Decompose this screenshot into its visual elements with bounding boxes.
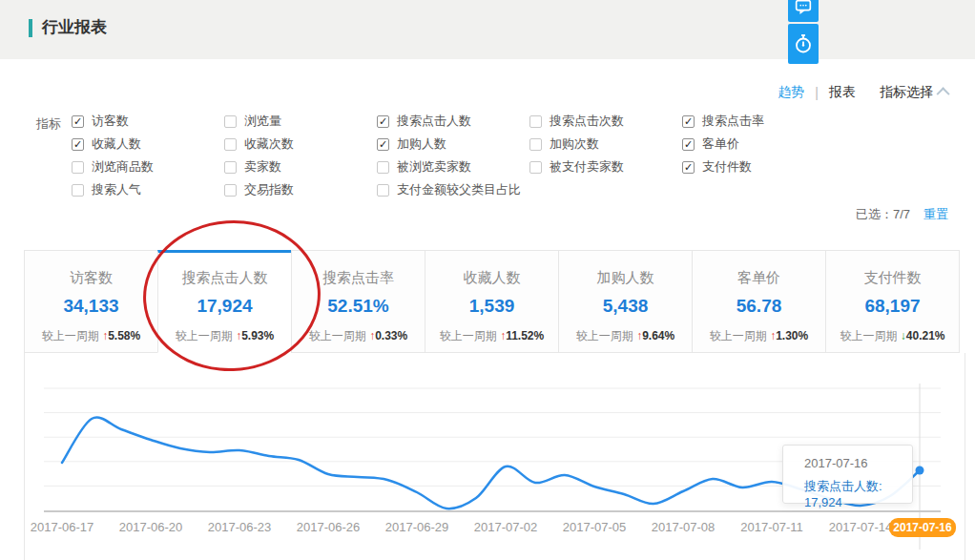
metric-tab[interactable]: 收藏人数1,539较上一周期 ↑11.52% — [425, 250, 559, 353]
checkbox-unchecked-icon — [529, 115, 542, 128]
metric-tab-value: 1,539 — [425, 296, 558, 317]
metric-tab[interactable]: 支付件数68,197较上一周期 ↓40.21% — [825, 250, 960, 353]
metric-checkbox-label: 支付件数 — [702, 158, 752, 176]
metric-tab-compare: 较上一周期 ↓40.21% — [826, 328, 959, 344]
metric-tab-value: 17,924 — [158, 296, 291, 317]
metric-tab-value: 56.78 — [693, 296, 825, 317]
metric-checkbox-label: 搜索点击人数 — [397, 113, 471, 130]
checkbox-unchecked-icon — [224, 138, 237, 151]
metric-checkbox-item[interactable]: 浏览商品数 — [72, 156, 154, 178]
metric-tab[interactable]: 访客数34,133较上一周期 ↑5.58% — [24, 250, 158, 353]
chevron-up-icon — [937, 87, 950, 100]
metric-tab[interactable]: 搜索点击人数17,924较上一周期 ↑5.93% — [157, 250, 292, 353]
metric-checkbox-label: 搜索人气 — [92, 181, 141, 198]
metric-tab-title: 支付件数 — [826, 269, 959, 287]
checkbox-unchecked-icon — [529, 138, 542, 151]
metric-checkbox-label: 加购人数 — [397, 135, 446, 153]
metric-checkbox-item[interactable]: 被支付卖家数 — [529, 156, 624, 178]
metric-checkbox-item[interactable]: 卖家数 — [224, 156, 294, 178]
metric-tab-title: 搜索点击人数 — [158, 269, 291, 287]
checkbox-unchecked-icon — [529, 161, 542, 174]
metric-checkbox-item[interactable]: 支付金额较父类目占比 — [377, 178, 521, 201]
metric-tab-value: 34,133 — [25, 296, 157, 317]
nav-divider: | — [815, 85, 819, 100]
metric-checkbox-label: 支付金额较父类目占比 — [397, 181, 521, 198]
checkbox-checked-icon: ✓ — [682, 115, 695, 128]
metric-tab-compare: 较上一周期 ↑5.93% — [158, 328, 291, 344]
metric-select-label: 指标选择 — [880, 84, 933, 101]
feedback-button[interactable] — [788, 0, 819, 22]
checkbox-unchecked-icon — [377, 184, 389, 197]
metrics-label: 指标 — [36, 115, 61, 133]
metric-tab[interactable]: 搜索点击率52.51%较上一周期 ↑0.33% — [291, 250, 425, 353]
trend-view-link[interactable]: 趋势 — [778, 84, 804, 101]
metric-tabs: 访客数34,133较上一周期 ↑5.58%搜索点击人数17,924较上一周期 ↑… — [24, 250, 960, 353]
metric-checkbox-label: 被支付卖家数 — [550, 158, 624, 176]
metric-tab-compare: 较上一周期 ↑5.58% — [25, 328, 157, 344]
selected-count-row: 已选：7/7 重置 — [856, 206, 948, 223]
checkbox-unchecked-icon — [224, 184, 237, 197]
metric-checkbox-item[interactable]: 加购次数 — [529, 133, 624, 156]
metric-checkbox-column: ✓访客数✓收藏人数浏览商品数搜索人气 — [72, 110, 154, 201]
metric-checkbox-label: 交易指数 — [244, 181, 294, 198]
metric-checkbox-column: ✓搜索点击率✓客单价✓支付件数 — [682, 110, 764, 178]
chat-bubble-icon — [793, 0, 814, 17]
checkbox-checked-icon: ✓ — [682, 161, 695, 174]
metric-checkbox-item[interactable]: 浏览量 — [224, 110, 294, 133]
metric-tab-value: 5,438 — [559, 296, 692, 317]
metric-checkbox-item[interactable]: ✓搜索点击人数 — [377, 110, 521, 133]
metric-checkbox-item[interactable]: 交易指数 — [224, 178, 294, 201]
metric-checkbox-label: 浏览商品数 — [92, 158, 154, 176]
metric-tab-value: 68,197 — [826, 296, 959, 317]
metric-tab-title: 加购人数 — [559, 269, 692, 287]
checkbox-checked-icon: ✓ — [377, 138, 389, 151]
report-view-link[interactable]: 报表 — [829, 84, 856, 101]
metric-checkbox-item[interactable]: 搜索点击次数 — [529, 110, 624, 133]
tooltip-date: 2017-07-16 — [804, 456, 912, 470]
metric-select-toggle[interactable]: 指标选择 — [880, 84, 949, 101]
view-nav: 趋势 | 报表 指标选择 — [778, 84, 949, 101]
metric-checkbox-column: ✓搜索点击人数✓加购人数被浏览卖家数支付金额较父类目占比 — [377, 110, 521, 201]
metric-checkbox-column: 浏览量收藏次数卖家数交易指数 — [224, 110, 294, 201]
timer-button[interactable] — [788, 24, 819, 64]
metric-tab-title: 搜索点击率 — [292, 269, 425, 287]
metric-tab-compare: 较上一周期 ↑9.64% — [559, 328, 692, 344]
metric-checkbox-column: 搜索点击次数加购次数被支付卖家数 — [529, 110, 624, 178]
metric-tab-compare: 较上一周期 ↑11.52% — [425, 328, 558, 344]
reset-link[interactable]: 重置 — [923, 206, 948, 223]
metric-tab-value: 52.51% — [292, 296, 425, 317]
checkbox-unchecked-icon — [377, 161, 389, 174]
checkbox-unchecked-icon — [72, 184, 84, 197]
metric-checkbox-item[interactable]: ✓支付件数 — [682, 156, 764, 178]
industry-report-page: 行业报表 趋势 | 报表 指标选择 — [0, 0, 975, 560]
metric-tab-compare: 较上一周期 ↑1.30% — [693, 328, 825, 344]
metric-checkbox-label: 收藏次数 — [244, 135, 294, 153]
metric-tab-title: 访客数 — [25, 269, 157, 287]
checkbox-unchecked-icon — [224, 161, 237, 174]
metric-checkbox-item[interactable]: ✓搜索点击率 — [682, 110, 764, 133]
metric-tab-title: 收藏人数 — [425, 269, 558, 287]
checkbox-checked-icon: ✓ — [377, 115, 389, 128]
metric-tab-title: 客单价 — [693, 269, 825, 287]
selected-count: 已选：7/7 — [856, 206, 910, 223]
checkbox-checked-icon: ✓ — [682, 138, 695, 151]
metric-checkbox-label: 访客数 — [92, 113, 129, 130]
metric-tab[interactable]: 加购人数5,438较上一周期 ↑9.64% — [558, 250, 693, 353]
metric-checkbox-item[interactable]: 收藏次数 — [224, 133, 294, 156]
metric-checkbox-label: 被浏览卖家数 — [397, 158, 471, 176]
metric-checkbox-item[interactable]: 被浏览卖家数 — [377, 156, 521, 178]
metric-checkbox-item[interactable]: 搜索人气 — [72, 178, 154, 201]
highlighted-date-badge: 2017-07-16 — [889, 518, 956, 537]
metric-checkbox-item[interactable]: ✓加购人数 — [377, 133, 521, 156]
tooltip-value: 搜索点击人数: 17,924 — [804, 478, 912, 509]
metric-checkbox-label: 搜索点击次数 — [550, 113, 624, 130]
metric-checkbox-label: 搜索点击率 — [702, 113, 764, 130]
page-header: 行业报表 — [0, 0, 975, 59]
metric-tab[interactable]: 客单价56.78较上一周期 ↑1.30% — [692, 250, 826, 353]
metric-checkbox-item[interactable]: ✓访客数 — [72, 110, 154, 133]
checkbox-checked-icon: ✓ — [72, 115, 84, 128]
metric-checkbox-item[interactable]: ✓收藏人数 — [72, 133, 154, 156]
title-accent-bar — [29, 19, 32, 37]
chart-tooltip: 2017-07-16 搜索点击人数: 17,924 — [782, 445, 913, 504]
metric-checkbox-item[interactable]: ✓客单价 — [682, 133, 764, 156]
